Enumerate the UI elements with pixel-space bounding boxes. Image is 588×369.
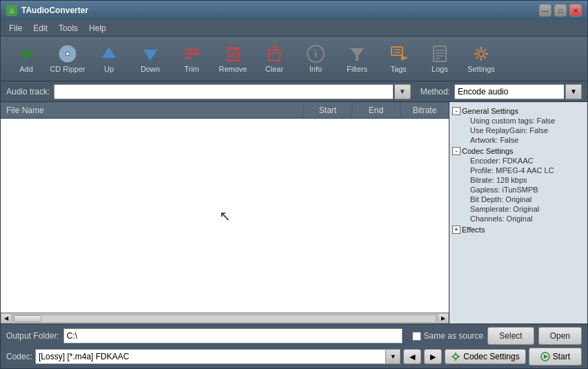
- general-settings-expand[interactable]: -: [452, 107, 460, 115]
- svg-marker-21: [350, 48, 364, 61]
- settings-label: Settings: [467, 65, 495, 73]
- settings-button[interactable]: Settings: [461, 39, 501, 78]
- general-settings-group: - General Settings Using custom tags: Fa…: [452, 106, 585, 145]
- info-icon: i: [306, 44, 325, 63]
- tags-label: Tags: [390, 65, 406, 73]
- codec-settings-group: - Codec Settings Encoder: FDKAAC Profile…: [452, 146, 585, 223]
- trim-button[interactable]: Trim: [172, 39, 212, 78]
- svg-marker-6: [143, 50, 157, 61]
- filters-button[interactable]: Filters: [337, 39, 377, 78]
- svg-point-4: [66, 52, 69, 55]
- close-button[interactable]: ✕: [569, 4, 582, 17]
- output-label: Output Folder:: [6, 331, 59, 341]
- general-settings-label: General Settings: [462, 107, 518, 115]
- col-end-header: End: [352, 102, 401, 118]
- svg-text:i: i: [314, 48, 317, 59]
- start-button[interactable]: Start: [529, 348, 582, 366]
- tags-button[interactable]: Tags: [378, 39, 418, 78]
- scroll-left-button[interactable]: ◀: [1, 313, 12, 323]
- file-list-area: File Name Start End Bitrate ↖ ◀: [1, 102, 449, 323]
- trim-label: Trim: [184, 65, 199, 73]
- menu-tools[interactable]: Tools: [53, 22, 83, 34]
- menu-file[interactable]: File: [3, 22, 28, 34]
- menu-help[interactable]: Help: [83, 22, 112, 34]
- main-window: ♫ TAudioConverter — □ ✕ File Edit Tools …: [0, 0, 588, 369]
- codec-settings-button[interactable]: Codec Settings: [445, 349, 525, 364]
- logs-label: Logs: [432, 65, 448, 73]
- minimize-button[interactable]: —: [539, 4, 551, 17]
- down-icon: [141, 44, 160, 63]
- svg-rect-16: [269, 50, 280, 61]
- effects-group: + Effects: [452, 225, 585, 235]
- codec-settings-expand[interactable]: -: [452, 147, 460, 155]
- setting-encoder: Encoder: FDKAAC: [452, 156, 585, 166]
- codec-settings-header[interactable]: - Codec Settings: [452, 146, 585, 156]
- codec-input[interactable]: [35, 349, 385, 364]
- output-folder-input[interactable]: [63, 328, 403, 343]
- scroll-right-button[interactable]: ▶: [438, 313, 449, 323]
- app-icon: ♫: [6, 5, 17, 16]
- codec-prev-button[interactable]: ◀: [403, 349, 421, 364]
- codec-settings-label: Codec Settings: [462, 147, 514, 155]
- scrollbar-track[interactable]: [13, 315, 436, 323]
- cd-ripper-button[interactable]: CD Ripper: [48, 39, 88, 78]
- add-icon: [17, 44, 36, 63]
- logs-button[interactable]: Logs: [420, 39, 460, 78]
- svg-marker-5: [102, 47, 116, 58]
- method-dropdown[interactable]: ▼: [565, 84, 582, 99]
- output-row: Output Folder: Same as source Select Ope…: [6, 327, 582, 345]
- clear-label: Clear: [265, 65, 283, 73]
- file-list-scrollbar: ◀ ▶: [1, 312, 449, 323]
- setting-bit-depth: Bit Depth: Original: [452, 195, 585, 204]
- clear-icon: [265, 44, 284, 63]
- down-button[interactable]: Down: [130, 39, 170, 78]
- main-content: File Name Start End Bitrate ↖ ◀: [1, 102, 587, 323]
- menu-bar: File Edit Tools Help: [1, 20, 587, 37]
- settings-tree: - General Settings Using custom tags: Fa…: [449, 102, 587, 239]
- codec-settings-icon: [451, 352, 460, 361]
- general-settings-header[interactable]: - General Settings: [452, 106, 585, 116]
- method-select[interactable]: [454, 84, 564, 99]
- setting-profile: Profile: MPEG-4 AAC LC: [452, 166, 585, 175]
- trim-icon: [182, 44, 201, 63]
- filters-icon: [347, 44, 367, 63]
- codec-next-button[interactable]: ▶: [424, 349, 442, 364]
- codec-label: Codec:: [6, 352, 32, 361]
- codec-dropdown[interactable]: ▼: [385, 349, 401, 364]
- open-button[interactable]: Open: [538, 327, 582, 345]
- setting-channels: Channels: Original: [452, 214, 585, 223]
- svg-point-40: [454, 355, 458, 359]
- info-label: Info: [310, 65, 322, 73]
- setting-gapless: Gapless: iTunSMPB: [452, 185, 585, 195]
- effects-label: Effects: [462, 226, 485, 234]
- audio-track-input[interactable]: [54, 84, 392, 99]
- start-label: Start: [553, 352, 570, 361]
- audio-track-dropdown[interactable]: ▼: [394, 84, 411, 99]
- info-button[interactable]: i Info: [296, 39, 336, 78]
- start-icon: [540, 352, 550, 361]
- down-label: Down: [141, 65, 160, 73]
- scrollbar-thumb[interactable]: [14, 315, 41, 322]
- up-icon: [99, 44, 119, 63]
- remove-button[interactable]: Remove: [213, 39, 253, 78]
- same-as-source: Same as source: [412, 331, 484, 341]
- effects-expand[interactable]: +: [452, 226, 460, 234]
- effects-header[interactable]: + Effects: [452, 225, 585, 235]
- setting-artwork: Artwork: False: [452, 135, 585, 145]
- col-start-header: Start: [304, 102, 352, 118]
- same-as-source-checkbox[interactable]: [412, 332, 421, 341]
- cursor: ↖: [219, 208, 231, 224]
- tags-icon: [389, 44, 408, 63]
- select-button[interactable]: Select: [487, 327, 534, 345]
- setting-replay-gain: Use ReplayGain: False: [452, 126, 585, 135]
- settings-panel: - General Settings Using custom tags: Fa…: [449, 102, 587, 323]
- method-label: Method:: [420, 87, 450, 97]
- menu-edit[interactable]: Edit: [28, 22, 53, 34]
- maximize-button[interactable]: □: [554, 4, 567, 17]
- logs-icon: [430, 44, 449, 63]
- up-label: Up: [104, 65, 114, 73]
- clear-button[interactable]: Clear: [254, 39, 294, 78]
- add-button[interactable]: Add: [6, 39, 46, 78]
- up-button[interactable]: Up: [89, 39, 129, 78]
- svg-line-37: [484, 57, 486, 59]
